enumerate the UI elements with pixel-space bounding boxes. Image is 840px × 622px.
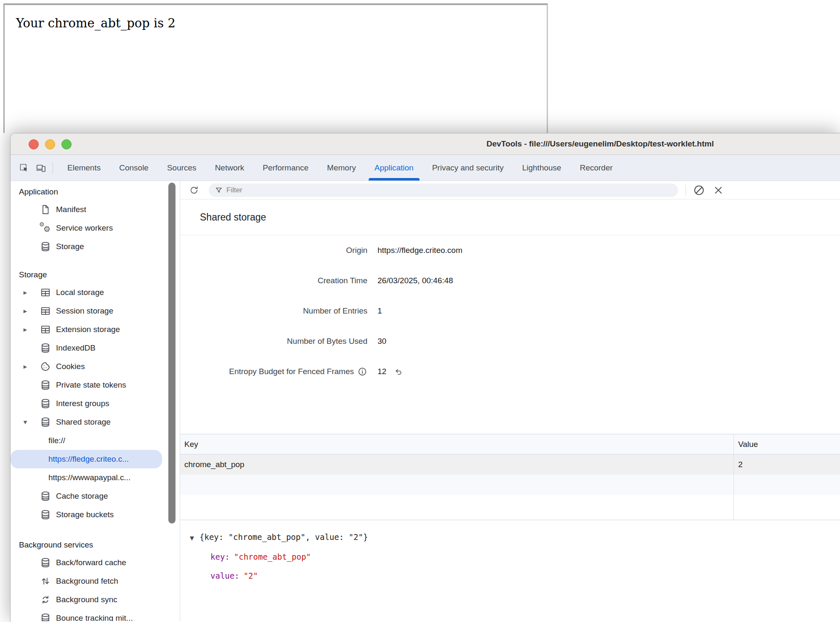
metadata-value: 30 [377,337,386,346]
metadata-row-entropy-budget: Entropy Budget for Fenced Frames 12 [180,356,840,387]
table-grid-icon [40,287,51,298]
panel-toolbar [180,181,840,199]
sidebar-item-local-storage[interactable]: ▶ Local storage [11,283,180,302]
sidebar-item-manifest[interactable]: Manifest [11,200,180,219]
metadata-view: Origin https://fledge.criteo.com Creatio… [180,235,840,434]
info-icon[interactable] [357,367,367,377]
property-value: "2" [244,571,258,580]
page-title: Shared storage [200,212,266,223]
close-window-button[interactable] [29,139,39,149]
database-icon [40,557,51,568]
tab-performance[interactable]: Performance [253,155,318,181]
metadata-label: Entropy Budget for Fenced Frames [229,367,354,376]
sidebar-item-service-workers[interactable]: ⚙⚙ Service workers [11,219,180,237]
refresh-button[interactable] [186,182,202,198]
preview-summary: {key: "chrome_abt_pop", value: "2"} [199,528,368,547]
tab-recorder[interactable]: Recorder [571,155,622,181]
application-sidebar: Application Manifest ⚙⚙ Service workers … [11,181,180,621]
device-toolbar-button[interactable] [32,155,49,181]
table-row[interactable]: chrome_abt_pop 2 [180,455,840,475]
sidebar-item-session-storage[interactable]: ▶ Session storage [11,302,180,320]
metadata-value: 26/03/2025, 00:46:48 [377,276,453,285]
chevron-right-icon[interactable]: ▶ [21,327,30,332]
sidebar-item-back-forward-cache[interactable]: Back/forward cache [11,553,180,572]
sidebar-item-cookies[interactable]: ▶ Cookies [11,357,180,376]
sidebar-item-storage-buckets[interactable]: Storage buckets [11,505,180,524]
tab-network[interactable]: Network [206,155,254,181]
metadata-row-origin: Origin https://fledge.criteo.com [180,235,840,266]
sidebar-item-cache-storage[interactable]: Cache storage [11,487,180,505]
panel-heading-row: Shared storage [180,199,840,235]
cookie-icon [40,361,51,372]
table-header-row: Key Value [180,434,840,455]
devtools-window: DevTools - file:///Users/eugenelim/Deskt… [10,133,840,622]
shared-storage-panel: Shared storage Origin https://fledge.cri… [180,181,840,621]
section-header-storage: Storage [11,266,180,283]
chevron-right-icon[interactable]: ▶ [21,308,30,314]
database-icon [40,343,51,354]
preview-property: key:"chrome_abt_pop" [190,548,840,566]
column-header-key[interactable]: Key [180,434,734,454]
metadata-label: Creation Time [318,276,367,285]
property-value: "chrome_abt_pop" [234,552,311,561]
table-cell-value: 2 [734,455,840,475]
metadata-value: 12 [377,367,386,376]
sidebar-item-background-sync[interactable]: Background sync [11,590,180,609]
tab-elements[interactable]: Elements [58,155,110,181]
database-icon [40,380,51,391]
document-icon [40,204,51,215]
sidebar-item-shared-storage[interactable]: ▼ Shared storage [11,413,180,431]
traffic-lights [29,139,72,149]
preview-property: value:"2" [190,566,840,585]
devtools-tab-bar: Elements Console Sources Network Perform… [11,155,840,181]
metadata-row-creation-time: Creation Time 26/03/2025, 00:46:48 [180,266,840,296]
metadata-label: Number of Entries [303,306,367,316]
sidebar-item-background-fetch[interactable]: Background fetch [11,572,180,590]
clear-all-button[interactable] [691,182,707,198]
chevron-down-icon[interactable]: ▼ [21,420,30,425]
tab-privacy-and-security[interactable]: Privacy and security [423,155,513,181]
filter-input[interactable] [226,186,672,194]
sidebar-scrollbar[interactable] [168,183,175,524]
up-down-arrows-icon [40,576,51,587]
tab-lighthouse[interactable]: Lighthouse [513,155,571,181]
sidebar-item-shared-storage-fledge-criteo[interactable]: https://fledge.criteo.c... [11,450,162,468]
metadata-value: 1 [377,306,382,316]
sidebar-item-interest-groups[interactable]: Interest groups [11,394,180,413]
sidebar-item-storage[interactable]: Storage [11,237,180,256]
window-title: DevTools - file:///Users/eugenelim/Deskt… [486,133,714,154]
title-bar: DevTools - file:///Users/eugenelim/Deskt… [11,133,840,155]
metadata-row-number-of-entries: Number of Entries 1 [180,296,840,326]
metadata-row-number-of-bytes-used: Number of Bytes Used 30 [180,326,840,356]
sidebar-item-private-state-tokens[interactable]: Private state tokens [11,376,180,394]
minimize-window-button[interactable] [45,139,55,149]
database-icon [40,417,51,428]
table-grid-icon [40,306,51,316]
chevron-right-icon[interactable]: ▶ [21,364,30,369]
property-name: value: [210,571,239,580]
tab-memory[interactable]: Memory [318,155,365,181]
column-header-value[interactable]: Value [734,434,840,454]
sidebar-item-shared-storage-file[interactable]: file:// [11,431,180,450]
database-icon [40,398,51,409]
property-name: key: [210,552,230,561]
table-cell-key: chrome_abt_pop [180,455,734,475]
chevron-right-icon[interactable]: ▶ [21,290,30,295]
browser-page: Your chrome_abt_pop is 2 [3,3,548,133]
reset-entropy-budget-icon[interactable] [393,367,403,377]
tab-application[interactable]: Application [365,155,423,181]
section-header-background-services: Background services [11,537,180,553]
metadata-label: Origin [346,246,367,255]
close-panel-button[interactable] [710,182,726,198]
sidebar-item-extension-storage[interactable]: ▶ Extension storage [11,320,180,339]
table-row-empty[interactable] [180,475,840,495]
inspect-element-button[interactable] [16,155,32,181]
sidebar-item-indexeddb[interactable]: IndexedDB [11,339,180,357]
sidebar-item-bounce-tracking-mitigations[interactable]: Bounce tracking mit... [11,609,180,621]
sidebar-item-shared-storage-paypal[interactable]: https://wwwapaypal.c... [11,468,180,487]
tab-console[interactable]: Console [110,155,158,181]
zoom-window-button[interactable] [61,139,72,149]
tab-sources[interactable]: Sources [158,155,206,181]
filter-box[interactable] [209,183,678,197]
disclosure-triangle-icon[interactable]: ▼ [190,529,199,548]
